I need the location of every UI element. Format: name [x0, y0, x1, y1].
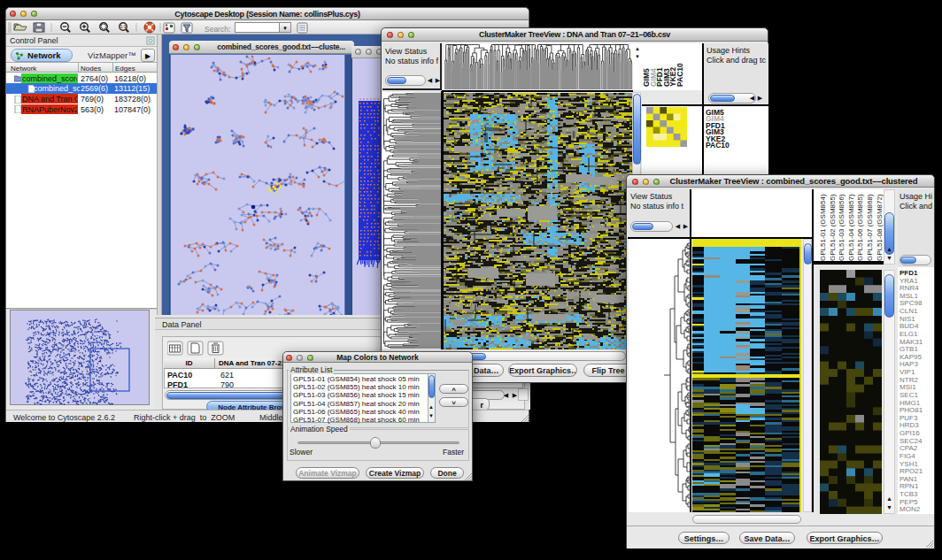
svg-text:GPL51-04 (GSM857): GPL51-04 (GSM857) [847, 194, 855, 261]
svg-text:GPL51-06 (GSM865): GPL51-06 (GSM865) [856, 194, 864, 261]
svg-text:PAC10: PAC10 [676, 63, 684, 87]
svg-text:GPL51-02 (GSM855): GPL51-02 (GSM855) [829, 194, 837, 261]
svg-text:GPL51-03 (GSM856): GPL51-03 (GSM856) [838, 194, 845, 261]
svg-text:GPL51-08 (GSM872): GPL51-08 (GSM872) [876, 194, 884, 261]
svg-text:1:1: 1:1 [120, 25, 127, 29]
svg-text:GPL51-01 (GSM854): GPL51-01 (GSM854) [819, 194, 827, 261]
svg-text:GPL51-07 (GSM868): GPL51-07 (GSM868) [866, 194, 874, 261]
